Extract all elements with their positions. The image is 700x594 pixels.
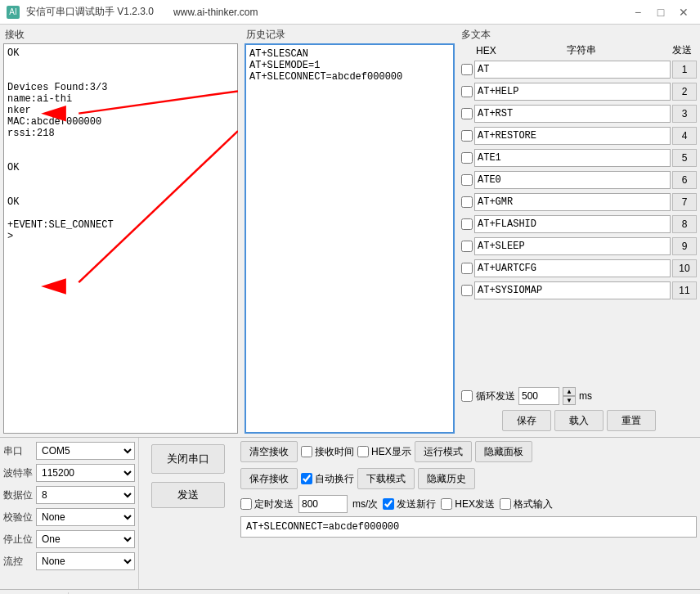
action-row: 保存 载入 重置 bbox=[461, 407, 697, 434]
format-input-checkbox[interactable] bbox=[500, 498, 511, 510]
multi-cmd-input-1[interactable] bbox=[474, 61, 671, 79]
hex-display-label[interactable]: HEX显示 bbox=[357, 441, 411, 462]
timed-send-label[interactable]: 定时发送 bbox=[240, 497, 294, 511]
title-bar-controls: − □ ✕ bbox=[628, 4, 693, 20]
recv-time-label[interactable]: 接收时间 bbox=[301, 441, 354, 462]
parity-select[interactable]: None bbox=[36, 508, 135, 526]
send-newline-checkbox[interactable] bbox=[383, 498, 394, 510]
hex-send-checkbox[interactable] bbox=[441, 498, 452, 510]
multi-row-checkbox-5[interactable] bbox=[461, 152, 473, 164]
close-button[interactable]: ✕ bbox=[674, 4, 693, 20]
main-content: 接收 OK Devices Found:3/3 name:ai-thi nker… bbox=[0, 25, 700, 438]
ms-unit: ms bbox=[579, 390, 592, 402]
stop-bits-label: 停止位 bbox=[3, 533, 36, 547]
data-bits-label: 数据位 bbox=[3, 488, 36, 502]
history-textarea[interactable]: AT+SLESCAN AT+SLEMODE=1 AT+SLECONNECT=ab… bbox=[245, 43, 455, 434]
auto-newline-checkbox[interactable] bbox=[301, 473, 312, 484]
multi-cmd-input-4[interactable] bbox=[474, 127, 671, 145]
recv-title: 接收 bbox=[3, 28, 238, 42]
spinner-down[interactable]: ▼ bbox=[563, 396, 576, 405]
multi-send-btn-1[interactable]: 1 bbox=[672, 61, 697, 79]
send-button-large[interactable]: 发送 bbox=[151, 482, 225, 508]
send-panel: 清空接收 接收时间 HEX显示 运行模式 隐藏面板 保存接收 自动换行 下 bbox=[237, 438, 700, 589]
flow-select[interactable]: None bbox=[36, 552, 135, 570]
multi-send-btn-11[interactable]: 11 bbox=[672, 281, 697, 299]
multi-send-btn-7[interactable]: 7 bbox=[672, 193, 697, 211]
auto-newline-label[interactable]: 自动换行 bbox=[301, 468, 354, 489]
format-input-label[interactable]: 格式输入 bbox=[500, 497, 553, 511]
loop-send-checkbox[interactable] bbox=[461, 390, 473, 402]
send-input-field[interactable] bbox=[240, 516, 697, 538]
load-multi-button[interactable]: 载入 bbox=[554, 410, 604, 431]
multi-send-btn-3[interactable]: 3 bbox=[672, 105, 697, 123]
multi-panel: 多文本 HEX 字符串 发送 1234567891011 循环发送 ▲ ▼ ms… bbox=[458, 25, 700, 437]
send-col-label: 发送 bbox=[667, 43, 697, 57]
multi-row: 7 bbox=[461, 191, 697, 213]
multi-cmd-input-3[interactable] bbox=[474, 105, 671, 123]
multi-row: 8 bbox=[461, 214, 697, 235]
send-newline-label[interactable]: 发送新行 bbox=[383, 497, 436, 511]
port-select[interactable]: COM5 bbox=[36, 442, 135, 460]
multi-send-btn-4[interactable]: 4 bbox=[672, 127, 697, 145]
loop-send-input[interactable] bbox=[518, 387, 559, 405]
hide-history-button[interactable]: 隐藏历史 bbox=[418, 468, 475, 489]
multi-row-checkbox-8[interactable] bbox=[461, 218, 473, 230]
timed-unit: ms/次 bbox=[352, 497, 378, 511]
multi-cmd-input-6[interactable] bbox=[474, 171, 671, 189]
timed-send-checkbox[interactable] bbox=[240, 498, 252, 510]
recv-wrapper: OK Devices Found:3/3 name:ai-thi nker MA… bbox=[3, 43, 238, 434]
data-bits-select[interactable]: 8 bbox=[36, 486, 135, 504]
send-input-row bbox=[240, 516, 697, 538]
multi-row: 2 bbox=[461, 81, 697, 102]
multi-row-checkbox-1[interactable] bbox=[461, 64, 473, 75]
maximize-button[interactable]: □ bbox=[651, 4, 671, 20]
loop-row: 循环发送 ▲ ▼ ms bbox=[461, 385, 697, 407]
port-toggle-button[interactable]: 关闭串口 bbox=[151, 444, 225, 474]
parity-row: 校验位 None bbox=[3, 507, 135, 527]
reset-multi-button[interactable]: 重置 bbox=[607, 410, 656, 431]
hex-send-label[interactable]: HEX发送 bbox=[441, 497, 495, 511]
multi-cmd-input-5[interactable] bbox=[474, 149, 671, 167]
multi-send-btn-9[interactable]: 9 bbox=[672, 237, 697, 255]
multi-send-btn-5[interactable]: 5 bbox=[672, 149, 697, 167]
download-mode-button[interactable]: 下载模式 bbox=[357, 468, 415, 489]
ms-spinner: ▲ ▼ bbox=[563, 387, 576, 405]
hex-col-label: HEX bbox=[476, 45, 496, 56]
multi-send-btn-8[interactable]: 8 bbox=[672, 215, 697, 233]
multi-send-btn-2[interactable]: 2 bbox=[672, 83, 697, 101]
multi-send-btn-10[interactable]: 10 bbox=[672, 259, 697, 277]
timed-send-input[interactable] bbox=[298, 495, 348, 513]
multi-row-checkbox-7[interactable] bbox=[461, 196, 473, 208]
save-multi-button[interactable]: 保存 bbox=[502, 410, 551, 431]
hex-display-checkbox[interactable] bbox=[357, 446, 369, 457]
minimize-button[interactable]: − bbox=[628, 4, 648, 20]
multi-row-checkbox-9[interactable] bbox=[461, 241, 473, 252]
recv-textarea[interactable]: OK Devices Found:3/3 name:ai-thi nker MA… bbox=[3, 43, 238, 434]
config-panel: 串口 COM5 波特率 115200 数据位 8 校验位 No bbox=[0, 438, 139, 589]
multi-row-checkbox-4[interactable] bbox=[461, 130, 473, 142]
spinner-up[interactable]: ▲ bbox=[563, 387, 576, 396]
history-title: 历史记录 bbox=[245, 28, 455, 42]
multi-row: 4 bbox=[461, 125, 697, 146]
multi-row-checkbox-2[interactable] bbox=[461, 86, 473, 97]
title-bar: AI 安信可串口调试助手 V1.2.3.0 www.ai-thinker.com… bbox=[0, 0, 700, 25]
multi-row-checkbox-6[interactable] bbox=[461, 174, 473, 186]
multi-cmd-input-11[interactable] bbox=[474, 281, 671, 299]
multi-send-btn-6[interactable]: 6 bbox=[672, 171, 697, 189]
multi-cmd-input-7[interactable] bbox=[474, 193, 671, 211]
recv-time-checkbox[interactable] bbox=[301, 446, 312, 457]
status-bar: Send OK！ Received: 107 Sent: 54 2024-03-… bbox=[0, 589, 700, 594]
multi-cmd-input-8[interactable] bbox=[474, 215, 671, 233]
clear-recv-button[interactable]: 清空接收 bbox=[240, 441, 298, 462]
stop-bits-select[interactable]: One bbox=[36, 530, 135, 548]
baud-select[interactable]: 115200 bbox=[36, 464, 135, 482]
multi-cmd-input-9[interactable] bbox=[474, 237, 671, 255]
multi-row-checkbox-11[interactable] bbox=[461, 285, 473, 296]
multi-cmd-input-10[interactable] bbox=[474, 259, 671, 277]
save-recv-button[interactable]: 保存接收 bbox=[240, 468, 298, 489]
multi-cmd-input-2[interactable] bbox=[474, 83, 671, 101]
multi-row-checkbox-3[interactable] bbox=[461, 108, 473, 119]
hide-panel-button[interactable]: 隐藏面板 bbox=[475, 441, 532, 462]
multi-row-checkbox-10[interactable] bbox=[461, 263, 473, 274]
run-mode-button[interactable]: 运行模式 bbox=[415, 441, 472, 462]
